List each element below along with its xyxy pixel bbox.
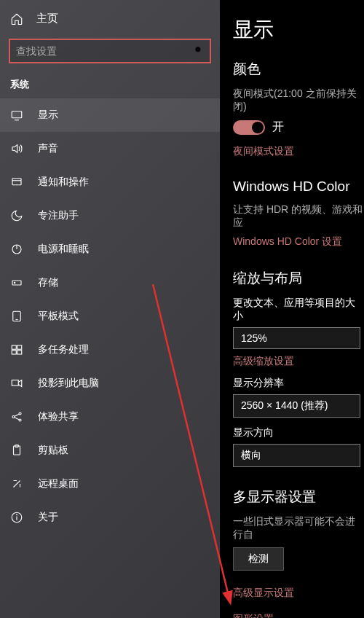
home-nav[interactable]: 主页 (0, 4, 220, 33)
sidebar-item-clipboard[interactable]: 剪贴板 (0, 434, 220, 467)
adv-display-link[interactable]: 高级显示设置 (233, 587, 294, 600)
sidebar-item-about[interactable]: 关于 (0, 501, 220, 534)
sidebar-item-label: 电源和睡眠 (38, 243, 89, 256)
monitor-icon (10, 109, 23, 122)
night-light-toggle-row: 开 (233, 120, 364, 135)
project-icon (10, 377, 23, 390)
sidebar-item-multitask[interactable]: 多任务处理 (0, 333, 220, 367)
hd-desc: 让支持 HDR 的视频、游戏和应 (233, 203, 364, 230)
tablet-icon (10, 310, 23, 323)
sidebar-item-sound[interactable]: 声音 (0, 132, 220, 165)
hd-color-section: Windows HD Color 让支持 HDR 的视频、游戏和应 Window… (233, 179, 364, 249)
settings-sidebar: 主页 系统 显示 声音 通知和操作 专注助手 电源和睡眠 存储 平板模式 (0, 0, 220, 618)
svg-point-25 (17, 515, 17, 515)
notification-icon (10, 176, 23, 189)
sidebar-item-label: 剪贴板 (38, 444, 68, 457)
svg-rect-14 (17, 351, 22, 354)
remote-icon (10, 477, 23, 490)
svg-line-20 (15, 418, 19, 420)
sidebar-item-label: 体验共享 (38, 410, 79, 423)
svg-rect-12 (17, 345, 22, 349)
multi-display-section: 多显示器设置 一些旧式显示器可能不会进行自 检测 高级显示设置 图形设置 (233, 488, 364, 618)
sidebar-item-label: 关于 (38, 511, 58, 524)
toggle-state-label: 开 (272, 120, 284, 135)
night-light-settings-link[interactable]: 夜间模式设置 (233, 145, 294, 158)
search-input[interactable] (16, 45, 194, 57)
sidebar-section-label: 系统 (0, 74, 220, 98)
page-title: 显示 (233, 16, 364, 44)
moon-icon (10, 209, 23, 222)
svg-line-1 (200, 51, 202, 53)
clipboard-icon (10, 444, 23, 457)
scale-dropdown[interactable]: 125% (233, 327, 360, 349)
orientation-dropdown[interactable]: 横向 (233, 444, 360, 467)
orientation-label: 显示方向 (233, 426, 364, 439)
share-icon (10, 410, 23, 423)
sidebar-item-label: 平板模式 (38, 310, 79, 323)
sidebar-item-project[interactable]: 投影到此电脑 (0, 367, 220, 400)
info-icon (10, 511, 23, 524)
svg-rect-2 (12, 112, 22, 118)
graphics-settings-link[interactable]: 图形设置 (233, 613, 274, 618)
power-icon (10, 243, 23, 256)
search-icon (194, 45, 204, 58)
sidebar-item-label: 多任务处理 (38, 343, 89, 356)
home-icon (10, 12, 23, 26)
text-size-label: 更改文本、应用等项目的大小 (233, 297, 364, 323)
sidebar-item-display[interactable]: 显示 (0, 98, 220, 132)
detect-button[interactable]: 检测 (233, 547, 284, 571)
settings-content: 显示 颜色 夜间模式(21:00 之前保持关闭) 开 夜间模式设置 Window… (220, 0, 364, 618)
svg-rect-13 (12, 351, 16, 354)
adv-scale-link[interactable]: 高级缩放设置 (233, 355, 294, 368)
sidebar-item-remote[interactable]: 远程桌面 (0, 467, 220, 501)
sidebar-item-label: 存储 (38, 276, 58, 289)
sidebar-item-power[interactable]: 电源和睡眠 (0, 232, 220, 266)
hd-settings-link[interactable]: Windows HD Color 设置 (233, 235, 342, 249)
color-heading: 颜色 (233, 60, 364, 79)
sidebar-item-shared[interactable]: 体验共享 (0, 400, 220, 434)
svg-point-16 (12, 416, 15, 418)
color-section: 颜色 夜间模式(21:00 之前保持关闭) 开 夜间模式设置 (233, 60, 364, 158)
search-container (9, 39, 211, 63)
svg-rect-15 (12, 380, 18, 386)
resolution-label: 显示分辨率 (233, 377, 364, 390)
svg-point-8 (14, 282, 15, 283)
svg-rect-11 (12, 345, 16, 349)
home-label: 主页 (36, 12, 58, 26)
svg-line-19 (15, 414, 19, 416)
sidebar-item-notifications[interactable]: 通知和操作 (0, 165, 220, 199)
sidebar-item-label: 显示 (38, 109, 58, 122)
sidebar-item-focus[interactable]: 专注助手 (0, 199, 220, 232)
sidebar-item-label: 声音 (38, 142, 58, 155)
scale-section: 缩放与布局 更改文本、应用等项目的大小 125% 高级缩放设置 显示分辨率 25… (233, 269, 364, 467)
night-light-label: 夜间模式(21:00 之前保持关闭) (233, 87, 364, 114)
resolution-dropdown[interactable]: 2560 × 1440 (推荐) (233, 394, 360, 418)
svg-point-18 (19, 419, 21, 421)
multi-heading: 多显示器设置 (233, 488, 364, 506)
sidebar-item-tablet[interactable]: 平板模式 (0, 300, 220, 333)
svg-point-17 (19, 412, 21, 415)
svg-rect-4 (12, 179, 21, 185)
multitask-icon (10, 343, 23, 356)
sidebar-item-label: 专注助手 (38, 209, 79, 222)
sidebar-item-label: 通知和操作 (38, 176, 89, 189)
search-box[interactable] (9, 39, 211, 63)
hd-heading: Windows HD Color (233, 179, 364, 195)
svg-point-0 (195, 47, 200, 52)
night-light-toggle[interactable] (233, 120, 265, 135)
multi-desc: 一些旧式显示器可能不会进行自 (233, 515, 364, 541)
storage-icon (10, 276, 23, 289)
sidebar-item-storage[interactable]: 存储 (0, 266, 220, 300)
scale-heading: 缩放与布局 (233, 269, 364, 288)
sound-icon (10, 142, 23, 155)
sidebar-item-label: 远程桌面 (38, 477, 79, 490)
sidebar-item-label: 投影到此电脑 (38, 377, 99, 390)
